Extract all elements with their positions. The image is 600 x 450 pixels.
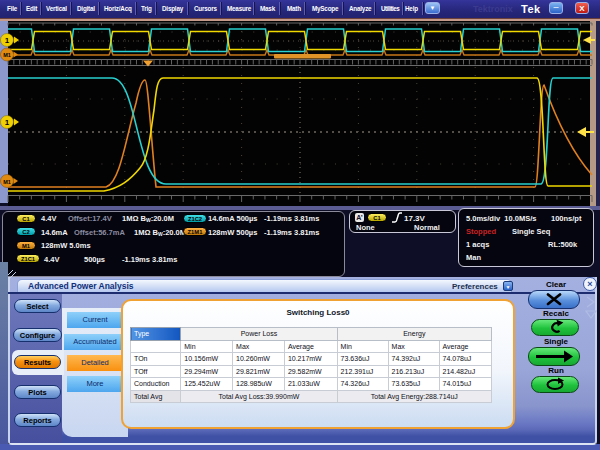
svg-text:1: 1 bbox=[5, 118, 10, 127]
svg-text:M1: M1 bbox=[3, 179, 11, 185]
svg-text:M1: M1 bbox=[3, 52, 11, 58]
svg-text:1: 1 bbox=[5, 36, 10, 45]
